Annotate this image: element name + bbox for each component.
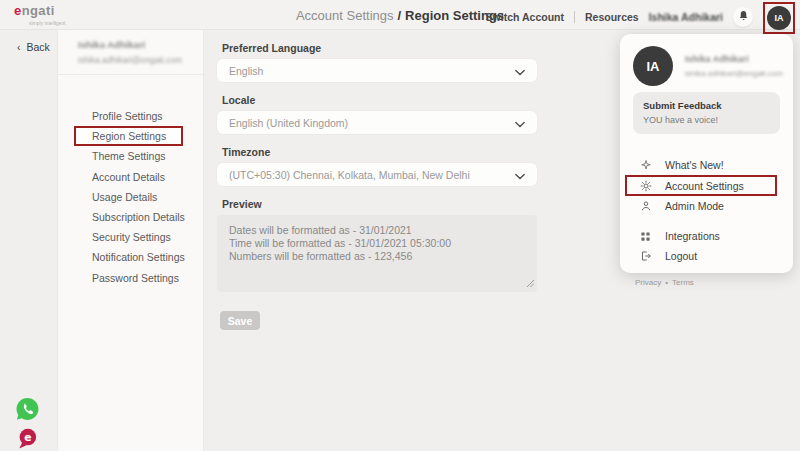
sidebar-item-region-settings[interactable]: Region Settings [74, 126, 183, 146]
profile-panel-footer: Privacy • Terms [633, 278, 780, 287]
admin-user-icon [639, 200, 652, 212]
chevron-down-icon [515, 114, 525, 132]
switch-account-link[interactable]: Switch Account [486, 11, 564, 23]
user-avatar[interactable]: IA [767, 6, 791, 30]
footer-dot: • [665, 278, 668, 287]
save-button[interactable]: Save [220, 311, 260, 330]
menu-item-label: What's New! [665, 159, 724, 171]
sidebar-item-theme-settings[interactable]: Theme Settings [58, 146, 203, 166]
menu-item-admin-mode[interactable]: Admin Mode [633, 196, 780, 216]
sidebar-item-account-details[interactable]: Account Details [58, 167, 203, 187]
chevron-down-icon [515, 166, 525, 184]
preview-line-dates: Dates will be formatted as - 31/01/2021 [229, 224, 525, 237]
preferred-language-select[interactable]: English [217, 59, 537, 82]
profile-panel-header: IA Ishika Adhikari ishika.adhikari@engat… [633, 46, 780, 86]
preview-label: Preview [222, 198, 537, 210]
preferred-language-label: Preferred Language [222, 42, 537, 54]
sidebar-item-usage-details[interactable]: Usage Details [58, 187, 203, 207]
preview-line-time: Time will be formatted as - 31/01/2021 0… [229, 237, 525, 250]
sidebar-item-password-settings[interactable]: Password Settings [58, 268, 203, 288]
breadcrumb-separator: / [397, 8, 401, 23]
timezone-value: (UTC+05:30) Chennai, Kolkata, Mumbai, Ne… [229, 169, 470, 181]
whatsapp-button[interactable] [14, 396, 41, 423]
privacy-link[interactable]: Privacy [635, 278, 661, 287]
menu-item-integrations[interactable]: Integrations [633, 226, 780, 246]
sidebar-menu: Profile Settings Region Settings Theme S… [58, 106, 203, 288]
profile-dropdown-panel: IA Ishika Adhikari ishika.adhikari@engat… [620, 34, 793, 273]
menu-item-label: Logout [665, 250, 697, 262]
integrations-grid-icon [639, 231, 652, 242]
menu-item-label: Admin Mode [665, 200, 724, 212]
sparkle-icon [639, 159, 652, 171]
profile-avatar: IA [633, 46, 673, 86]
menu-item-whats-new[interactable]: What's New! [633, 155, 780, 175]
engati-bubble-icon: e [16, 436, 39, 451]
svg-text:e: e [24, 431, 31, 444]
menu-item-account-settings[interactable]: Account Settings [625, 175, 777, 196]
sidebar-item-notification-settings[interactable]: Notification Settings [58, 247, 203, 267]
menu-item-label: Account Settings [665, 180, 744, 192]
profile-identity: Ishika Adhikari ishika.adhikari@engati.c… [685, 54, 783, 78]
locale-label: Locale [222, 94, 537, 106]
submit-feedback-subtitle: YOU have a voice! [643, 115, 770, 125]
settings-sidebar: Ishika Adhikari ishika.adhikari@engati.c… [57, 30, 204, 451]
notifications-button[interactable] [733, 7, 753, 27]
profile-user-email: ishika.adhikari@engati.com [685, 69, 783, 78]
annotation-box-avatar: IA [763, 2, 795, 34]
timezone-select[interactable]: (UTC+05:30) Chennai, Kolkata, Mumbai, Ne… [217, 163, 537, 186]
submit-feedback-title: Submit Feedback [643, 100, 770, 111]
profile-menu-list: What's New! Account Settings Admin Mode … [633, 155, 780, 266]
bell-icon [738, 10, 749, 24]
whatsapp-icon [14, 409, 41, 426]
vertical-divider [574, 11, 575, 23]
resources-link[interactable]: Resources [585, 11, 639, 23]
back-chevron-icon: ‹ [17, 41, 21, 53]
back-button[interactable]: ‹ Back [17, 41, 50, 53]
top-bar: engati simply intelligent Account Settin… [0, 0, 800, 30]
gear-icon [639, 180, 652, 192]
locale-select[interactable]: English (United Kingdom) [217, 111, 537, 134]
sidebar-user-block: Ishika Adhikari ishika.adhikari@engati.c… [58, 30, 203, 75]
sidebar-user-email: ishika.adhikari@engati.com [78, 55, 189, 65]
menu-item-logout[interactable]: Logout [633, 246, 780, 266]
chevron-down-icon [515, 62, 525, 80]
preview-line-numbers: Numbers will be formatted as - 123,456 [229, 250, 525, 263]
sidebar-item-subscription-details[interactable]: Subscription Details [58, 207, 203, 227]
menu-item-label: Integrations [665, 230, 720, 242]
profile-user-name: Ishika Adhikari [685, 54, 783, 64]
region-settings-form: Preferred Language English Locale Englis… [217, 30, 537, 330]
terms-link[interactable]: Terms [672, 278, 694, 287]
breadcrumb-section: Account Settings [296, 8, 394, 23]
sidebar-item-profile-settings[interactable]: Profile Settings [58, 106, 203, 126]
sidebar-user-name: Ishika Adhikari [78, 39, 189, 50]
preview-textarea[interactable]: Dates will be formatted as - 31/01/2021 … [217, 215, 537, 292]
header-user-name: Ishika Adhikari [649, 11, 723, 23]
timezone-label: Timezone [222, 146, 537, 158]
sidebar-item-security-settings[interactable]: Security Settings [58, 227, 203, 247]
top-bar-actions: Switch Account Resources Ishika Adhikari… [486, 0, 795, 34]
preferred-language-value: English [229, 65, 263, 77]
submit-feedback-card[interactable]: Submit Feedback YOU have a voice! [633, 92, 780, 134]
resize-handle-icon[interactable] [527, 277, 534, 290]
engati-chat-button[interactable]: e [16, 427, 39, 450]
back-label: Back [27, 41, 50, 53]
locale-value: English (United Kingdom) [229, 117, 348, 129]
logout-icon [639, 250, 652, 262]
